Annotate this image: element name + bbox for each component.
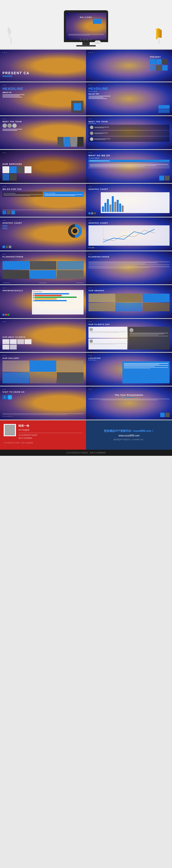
label-hl-l: ● ● ● xyxy=(2,84,83,86)
desc-line-2 xyxy=(90,165,156,166)
slide-team-right-content: ● ● ● MEET THE TEAM OUR RACE xyxy=(86,116,172,149)
team-member-2 xyxy=(89,130,170,136)
slide-headline-left: ● ● ● HEADILINE ABOUT US xyxy=(0,82,86,115)
grow-b3-bar xyxy=(34,297,77,298)
promo-red-footer: 全方位指导您PPT的制作，更多方法精通教程 xyxy=(4,442,82,444)
svc-line-1 xyxy=(90,161,109,161)
qr-pattern xyxy=(5,425,15,435)
label-svc-l: ● ● ● xyxy=(2,152,6,153)
donut-year1: 2010 xyxy=(2,225,22,227)
pr-line-5 xyxy=(89,266,137,266)
plan-label-2 xyxy=(39,283,47,283)
slide-present-right: ● ● ● PRESENT xyxy=(86,50,172,82)
slide-present-left: ● ● ● PRESENT CA xyxy=(0,50,86,82)
text-line-r2 xyxy=(89,97,103,98)
promo-red-text-block: 转发一份 PPT学精华 全方位指导您PPT的制作 更多方法精通教程 xyxy=(19,424,82,440)
promo-red-left: 转发一份 PPT学精华 全方位指导您PPT的制作 更多方法精通教程 全方位指导您… xyxy=(0,420,86,450)
desc-line-3 xyxy=(90,166,145,167)
label-hl-r: ● ● ● xyxy=(89,84,170,86)
slide-clients-left: ● ● ● OUR BEST CLIENTS xyxy=(0,319,86,352)
svc-box-2 xyxy=(10,166,17,173)
slide-visit-content: ● ● ● VISIT TO KNOW US f t www.sucai999.… xyxy=(0,386,86,420)
pr-line-1 xyxy=(89,261,170,262)
gallery-item-5 xyxy=(30,372,56,383)
present-underline xyxy=(2,76,12,77)
say-dc-l2 xyxy=(129,334,164,334)
grow-bar-3 xyxy=(33,297,82,298)
presentation-title: The Your Presentation xyxy=(89,394,170,396)
slide-gallery-left: ● ● ● OUR GALLERY xyxy=(0,353,86,386)
pres-box-2 xyxy=(165,413,170,417)
promo-blue-title: 更多精品PPT资源尽在—sucai999.com！ xyxy=(104,429,154,433)
wedo-title: WE DO FOR YOU xyxy=(2,188,22,190)
label-gc-r: ● ● ● xyxy=(89,186,92,187)
team-left-title: MEET THE TEAM xyxy=(2,121,22,123)
slide-line-right: ● ● ● GRAPHIC CHART xyxy=(86,217,172,251)
what-we-do-title: WHAT DO WE DO xyxy=(89,154,110,157)
wedo-b1-l2 xyxy=(3,195,30,196)
bar-2 xyxy=(104,203,106,212)
donut-legend-blue xyxy=(2,246,5,248)
plan-cell-4 xyxy=(2,270,29,279)
monitor: WELCOME xyxy=(64,10,108,42)
svg-rect-4 xyxy=(158,38,159,44)
present-box-6 xyxy=(162,65,168,70)
headline-folio: FOLIO HXXX xyxy=(89,91,170,92)
slide-row-2: ● ● ● HEADILINE ABOUT US ● ● ● xyxy=(0,82,172,115)
label-plan-r: ● ● ● xyxy=(89,253,92,255)
grow-legend xyxy=(2,314,9,316)
grow-b5-dot xyxy=(33,300,34,301)
slide-row-9: ● ● ● OUR BEST CLIENTS ● ● ● OUR CLIENTS… xyxy=(0,319,172,352)
present-box-5 xyxy=(156,65,162,70)
present-title: PRESENT CA xyxy=(2,71,29,75)
svg-rect-8 xyxy=(161,30,162,38)
team-line-2 xyxy=(2,130,17,131)
svc-box-6 xyxy=(10,174,17,181)
slide-awards-content: ● ● ● OUR AWARDS xyxy=(86,285,172,318)
label-team-r: ● ● ● xyxy=(89,118,92,120)
svg-rect-6 xyxy=(157,28,159,37)
label-say: ● ● ● xyxy=(89,321,92,322)
award-6 xyxy=(143,303,170,311)
presentation-divider xyxy=(124,397,134,398)
svg-rect-7 xyxy=(159,29,161,38)
slide-donut-left: ● ● ● GRAPHIC CHART 2010 2012 xyxy=(0,217,86,251)
wedo-footer-line xyxy=(2,210,83,210)
planning-grid xyxy=(2,261,83,279)
hero-watermark: 宽屏图片 xyxy=(80,38,92,42)
bar-6 xyxy=(114,202,116,212)
headline-about-us: ABOUT US xyxy=(2,92,83,93)
slide-planning-left-content: ● ● ● PLANNING/TARGE ↓ xyxy=(0,251,86,284)
growing-title: GROWING/GOALS xyxy=(2,289,23,292)
avatar-1 xyxy=(2,123,7,128)
slide-presentation-content: ● ● ● The Your Presentation xyxy=(86,386,172,420)
planning-left-sub: ↓ xyxy=(2,258,23,259)
client-logo-1 xyxy=(2,339,9,344)
planning-right-sub: ↓ xyxy=(89,258,109,259)
slide-team-right: ● ● ● MEET THE TEAM OUR RACE xyxy=(86,116,172,149)
donut-legend-dark xyxy=(6,246,8,248)
label-wedo: ● ● ● xyxy=(2,186,6,187)
slide-present-left-content: ● ● ● PRESENT CA xyxy=(0,50,86,82)
slide-planning-left: ● ● ● PLANNING/TARGE ↓ xyxy=(0,251,86,284)
presentation-center: The Your Presentation xyxy=(89,394,170,401)
team-line-1 xyxy=(2,129,22,130)
loc-line-6 xyxy=(124,368,150,369)
twitter-icon: t xyxy=(8,395,12,400)
pr-line-8 xyxy=(89,269,129,269)
donut-title: GRAPHIC CHART xyxy=(2,222,22,224)
loc-line-4 xyxy=(124,366,155,367)
award-1 xyxy=(89,294,115,302)
plant-right-decoration xyxy=(155,27,162,44)
slide-presentation-right: ● ● ● The Your Presentation xyxy=(86,386,172,420)
text-line-3 xyxy=(2,97,22,97)
svc-accent-2 xyxy=(165,176,170,181)
slide-team-left: ● ● ● MEET THE TEAM xyxy=(0,116,86,149)
grow-b2-dot xyxy=(33,295,34,296)
say-dc-l3 xyxy=(129,335,158,335)
text-line-2 xyxy=(2,95,20,96)
gallery-item-1 xyxy=(2,361,29,372)
donut-chart xyxy=(68,224,82,239)
bar-8 xyxy=(119,204,121,212)
wedo-b2-l1 xyxy=(45,194,83,195)
